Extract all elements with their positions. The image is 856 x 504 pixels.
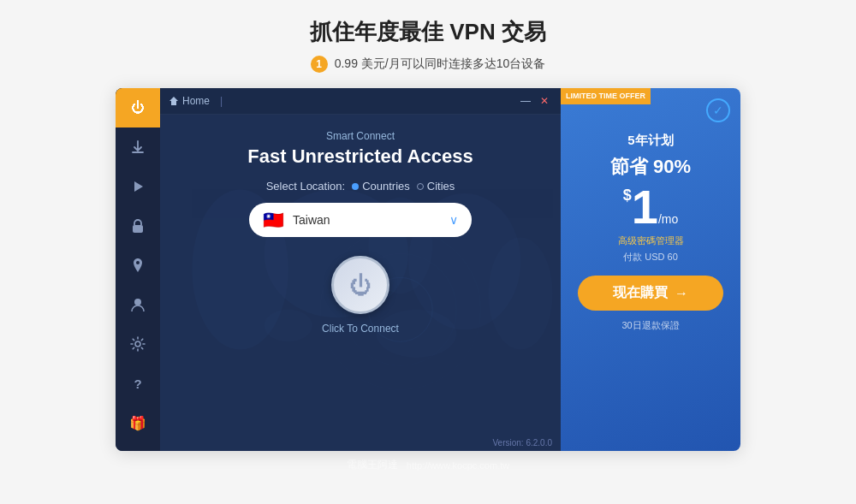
watermark-site-name: 電腦王阿達: [347, 458, 398, 472]
svg-point-2: [136, 261, 140, 264]
sidebar: ⏻: [116, 88, 160, 451]
connect-button[interactable]: ⏻: [331, 256, 389, 314]
vpn-footer: Version: 6.2.0.0: [160, 435, 561, 451]
badge-number: 1: [311, 56, 328, 73]
manager-label: 高级密碼管理器: [618, 234, 684, 247]
sidebar-location[interactable]: [116, 246, 160, 285]
svg-rect-1: [133, 225, 143, 233]
sidebar-download[interactable]: [116, 127, 160, 167]
vpn-main-panel: Home | — ✕ Smart Connect Fast Unrestrict…: [160, 88, 561, 451]
main-content: ⏻: [116, 88, 740, 451]
buy-button[interactable]: 现在購買 →: [578, 276, 723, 311]
limited-time-badge: LIMITED TIME OFFER: [561, 88, 651, 104]
sidebar-lock[interactable]: [116, 206, 160, 246]
svg-point-3: [134, 299, 141, 305]
sidebar-settings[interactable]: [116, 324, 160, 364]
guarantee-label: 30日退款保證: [621, 319, 679, 332]
buy-btn-label: 现在購買: [613, 284, 668, 302]
pricing-card: LIMITED TIME OFFER ✓ 5年计划 節省 90% $ 1 /mo…: [561, 88, 740, 451]
location-dropdown[interactable]: 🇹🇼 Taiwan ∨: [249, 203, 472, 237]
watermark-row: 電腦王阿達 http://www.kocpc.com.tw: [347, 458, 509, 472]
select-location-row: Select Location: Countries Cities: [266, 180, 455, 193]
svg-point-4: [135, 341, 140, 347]
sidebar-user[interactable]: [116, 285, 160, 324]
subtitle-text: 0.99 美元/月可以同时连接多达10台设备: [335, 56, 546, 72]
vpn-body: Smart Connect Fast Unrestricted Access S…: [160, 115, 561, 435]
per-mo-label: /mo: [658, 212, 678, 231]
check-symbol: ✓: [713, 104, 723, 117]
svg-marker-0: [134, 181, 143, 192]
power-button-icon: ⏻: [349, 272, 372, 299]
version-label: Version: 6.2.0.0: [493, 438, 553, 448]
countries-label: Countries: [362, 180, 410, 193]
dropdown-arrow-icon: ∨: [449, 213, 458, 227]
smart-connect-label: Smart Connect: [326, 130, 395, 142]
flag-icon: 🇹🇼: [263, 210, 284, 230]
cities-radio[interactable]: Cities: [417, 180, 455, 193]
sidebar-power[interactable]: ⏻: [116, 88, 160, 127]
price-row: $ 1 /mo: [623, 183, 679, 231]
cities-label: Cities: [427, 180, 455, 193]
page-title: 抓住年度最佳 VPN 交易: [310, 17, 546, 47]
countries-radio[interactable]: Countries: [352, 180, 410, 193]
watermark-url: http://www.kocpc.com.tw: [407, 460, 509, 471]
pay-label: 付款 USD 60: [623, 251, 678, 264]
sidebar-play[interactable]: [116, 167, 160, 206]
sidebar-help[interactable]: ?: [116, 364, 160, 403]
price-big: 1: [632, 183, 658, 231]
currency-symbol: $: [623, 187, 632, 205]
vpn-app: ⏻: [116, 88, 561, 451]
buy-btn-arrow: →: [675, 286, 688, 301]
check-circle-icon: ✓: [706, 98, 730, 122]
save-label: 節省 90%: [610, 154, 691, 180]
click-to-connect-label: Click To Connect: [322, 323, 399, 335]
plan-label: 5年计划: [627, 133, 673, 149]
sidebar-gift[interactable]: 🎁: [116, 403, 160, 442]
select-location-label: Select Location:: [266, 180, 346, 193]
location-name: Taiwan: [293, 213, 449, 227]
fast-access-title: Fast Unrestricted Access: [247, 145, 473, 168]
connect-btn-wrapper: ⏻ Click To Connect: [322, 256, 399, 335]
